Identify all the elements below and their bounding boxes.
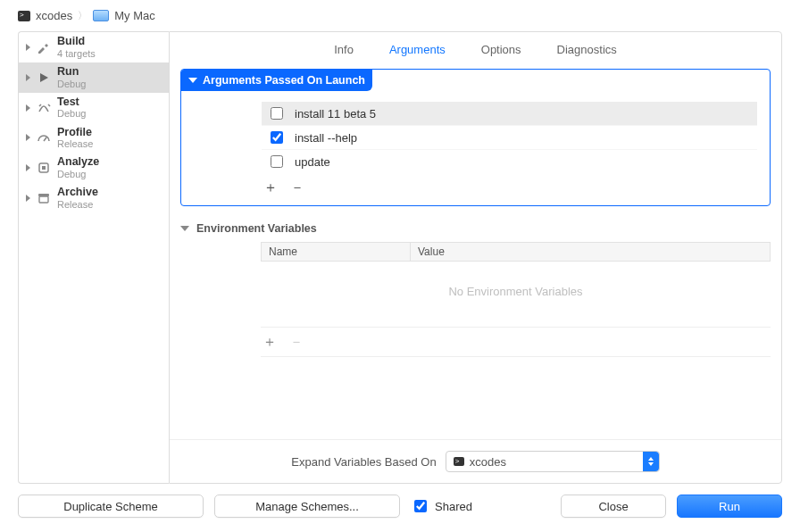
expand-target-select[interactable]: xcodes — [446, 451, 660, 472]
scheme-name: Profile — [57, 127, 93, 139]
tab-options[interactable]: Options — [481, 43, 521, 60]
mac-icon — [93, 10, 109, 21]
disclosure-icon — [26, 44, 30, 51]
env-table-header: Name Value — [261, 242, 771, 262]
disclosure-icon — [26, 74, 30, 81]
arguments-header[interactable]: Arguments Passed On Launch — [181, 70, 372, 91]
scheme-name: Run — [57, 66, 86, 79]
svg-rect-2 — [39, 196, 48, 203]
arguments-title: Arguments Passed On Launch — [203, 74, 365, 87]
scheme-sub: Release — [57, 138, 93, 149]
manage-schemes-button[interactable]: Manage Schemes... — [214, 495, 400, 518]
expand-target-value: xcodes — [470, 455, 506, 469]
expand-row: Expand Variables Based On xcodes — [170, 439, 781, 483]
scheme-name: Analyze — [57, 156, 99, 169]
scheme-name: Archive — [57, 187, 98, 199]
scheme-item-archive[interactable]: Archive Release — [19, 183, 169, 213]
remove-env-button[interactable]: － — [289, 335, 304, 349]
scheme-sidebar: Build 4 targets Run Debug — [18, 31, 169, 484]
breadcrumb-app[interactable]: xcodes — [36, 9, 72, 22]
scheme-name: Test — [57, 96, 86, 109]
scheme-sub: Release — [57, 199, 98, 210]
build-icon — [36, 39, 52, 55]
tab-bar: Info Arguments Options Diagnostics — [170, 32, 781, 69]
run-icon — [36, 70, 52, 86]
divider — [261, 356, 771, 357]
remove-argument-button[interactable]: － — [290, 180, 304, 195]
shared-checkbox-row[interactable]: Shared — [411, 497, 472, 515]
analyze-icon — [36, 160, 52, 176]
tab-arguments[interactable]: Arguments — [389, 43, 446, 60]
argument-label: install --help — [295, 131, 357, 145]
tab-info[interactable]: Info — [334, 43, 354, 60]
svg-rect-3 — [38, 194, 49, 196]
scheme-sub: 4 targets — [57, 48, 96, 59]
breadcrumb-target[interactable]: My Mac — [114, 9, 155, 22]
scheme-sub: Debug — [57, 79, 86, 89]
add-env-button[interactable]: ＋ — [262, 335, 277, 349]
argument-label: update — [295, 155, 330, 169]
profile-icon — [36, 129, 52, 145]
scheme-sub: Debug — [57, 169, 99, 179]
terminal-icon — [454, 457, 464, 466]
shared-label: Shared — [435, 500, 472, 513]
scheme-item-build[interactable]: Build 4 targets — [19, 32, 169, 62]
scheme-item-test[interactable]: Test Debug — [19, 93, 169, 123]
breadcrumb: xcodes 〉 My Mac — [0, 0, 800, 31]
argument-row[interactable]: update — [262, 149, 757, 173]
disclosure-icon — [26, 134, 30, 141]
argument-checkbox[interactable] — [271, 155, 283, 168]
disclosure-down-icon — [188, 78, 197, 83]
close-button[interactable]: Close — [561, 495, 666, 518]
argument-row[interactable]: install --help — [262, 125, 757, 149]
argument-checkbox[interactable] — [271, 107, 283, 120]
scheme-item-run[interactable]: Run Debug — [19, 62, 169, 93]
test-icon — [36, 100, 52, 116]
tab-diagnostics[interactable]: Diagnostics — [557, 43, 617, 60]
env-col-name: Name — [262, 243, 411, 261]
env-title: Environment Variables — [196, 222, 317, 235]
scheme-name: Build — [57, 36, 96, 48]
select-stepper-icon — [643, 452, 659, 471]
content-panel: Info Arguments Options Diagnostics Argum… — [169, 31, 782, 484]
arguments-section: Arguments Passed On Launch install 11 be… — [180, 69, 771, 206]
bottom-bar: Duplicate Scheme Manage Schemes... Share… — [0, 484, 800, 532]
disclosure-down-icon — [180, 226, 189, 231]
duplicate-scheme-button[interactable]: Duplicate Scheme — [18, 495, 204, 518]
scheme-sub: Debug — [57, 108, 86, 119]
disclosure-icon — [26, 164, 30, 171]
disclosure-icon — [26, 104, 30, 112]
expand-label: Expand Variables Based On — [291, 455, 436, 469]
add-argument-button[interactable]: ＋ — [263, 180, 278, 195]
argument-label: install 11 beta 5 — [295, 107, 376, 121]
env-header[interactable]: Environment Variables — [180, 222, 771, 235]
shared-checkbox[interactable] — [414, 500, 427, 512]
argument-row[interactable]: install 11 beta 5 — [262, 102, 757, 125]
disclosure-icon — [26, 195, 30, 202]
scheme-item-profile[interactable]: Profile Release — [19, 123, 169, 154]
argument-checkbox[interactable] — [271, 131, 283, 144]
run-button[interactable]: Run — [677, 495, 782, 518]
env-col-value: Value — [411, 243, 770, 261]
archive-icon — [36, 190, 52, 206]
terminal-icon — [18, 11, 30, 21]
scheme-item-analyze[interactable]: Analyze Debug — [19, 153, 169, 183]
env-empty-text: No Environment Variables — [261, 262, 771, 321]
chevron-right-icon: 〉 — [78, 9, 88, 22]
svg-rect-1 — [42, 166, 46, 170]
